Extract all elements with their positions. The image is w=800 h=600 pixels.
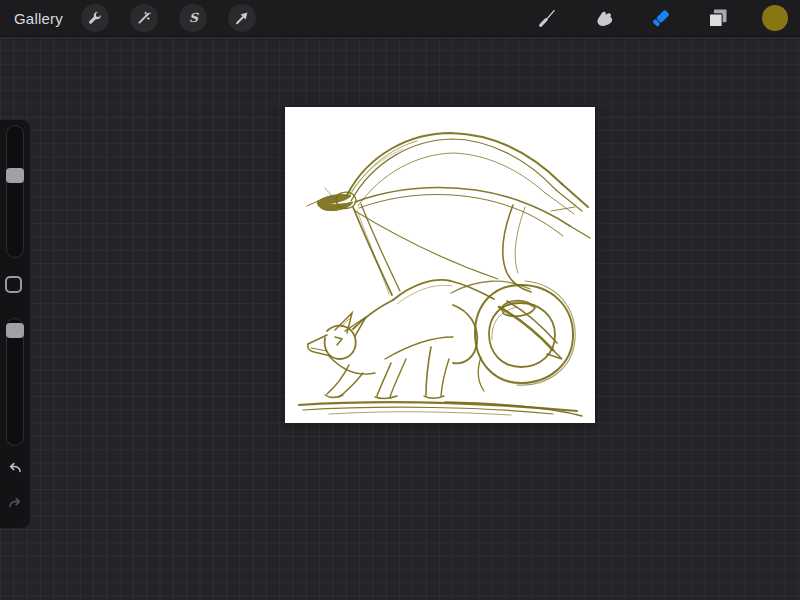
brush-size-slider[interactable] xyxy=(6,125,24,258)
dragon-sketch-artwork xyxy=(285,107,595,423)
smudge-icon xyxy=(594,8,614,28)
eraser-tool-button[interactable] xyxy=(648,5,674,31)
smudge-tool-button[interactable] xyxy=(591,5,617,31)
layers-button[interactable] xyxy=(705,5,731,31)
color-swatch-button[interactable] xyxy=(762,5,788,31)
toolbar-right-group xyxy=(534,5,800,31)
magic-wand-icon xyxy=(136,10,152,26)
selection-s-icon: S xyxy=(185,10,201,26)
opacity-slider[interactable] xyxy=(6,318,24,446)
adjustments-button[interactable] xyxy=(130,4,158,32)
drawing-canvas[interactable] xyxy=(285,107,595,423)
toolbar-left-group: Gallery S xyxy=(0,4,256,32)
modify-button[interactable] xyxy=(5,276,22,293)
brush-size-handle[interactable] xyxy=(6,168,24,183)
current-color-swatch xyxy=(762,5,788,31)
actions-button[interactable] xyxy=(81,4,109,32)
workspace-background xyxy=(0,37,800,600)
transform-button[interactable] xyxy=(228,4,256,32)
opacity-handle[interactable] xyxy=(6,323,24,338)
wrench-icon xyxy=(87,10,103,26)
undo-arrow-icon xyxy=(6,459,24,477)
layers-icon xyxy=(707,7,729,29)
selection-button[interactable]: S xyxy=(179,4,207,32)
eraser-icon xyxy=(650,7,672,29)
transform-arrow-icon xyxy=(234,10,250,26)
top-toolbar: Gallery S xyxy=(0,0,800,37)
brush-tool-button[interactable] xyxy=(534,5,560,31)
brush-icon xyxy=(537,8,557,28)
redo-arrow-icon xyxy=(6,494,24,512)
redo-button[interactable] xyxy=(5,493,25,513)
undo-button[interactable] xyxy=(5,458,25,478)
gallery-button[interactable]: Gallery xyxy=(14,10,63,27)
sidebar-controls xyxy=(0,120,30,528)
svg-text:S: S xyxy=(189,10,199,25)
